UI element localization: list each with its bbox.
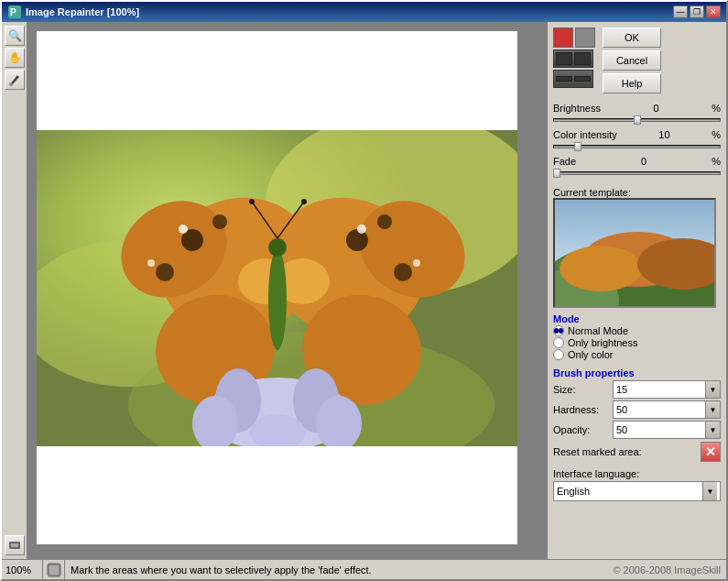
opacity-label: Opacity: [553,424,613,435]
action-buttons: OK Cancel Help [603,27,661,93]
normal-mode-row[interactable]: Normal Mode [553,325,721,336]
layout-btn-1[interactable] [553,49,593,68]
right-panel: OK Cancel Help Brightness 0 % [547,22,726,559]
pan-tool[interactable]: ✋ [5,48,25,68]
cancel-button[interactable]: Cancel [603,50,661,71]
app-body: 🔍 ✋ [2,22,726,559]
svg-point-22 [357,225,366,234]
only-brightness-label: Only brightness [568,337,637,348]
title-bar-left: P Image Repainter [100%] [7,5,139,19]
color-intensity-value: 10 [658,129,669,140]
hardness-row: Hardness: 50 ▼ [553,400,721,419]
status-icon-area [43,560,65,579]
close-button[interactable]: ✕ [706,5,721,18]
svg-point-2 [9,82,13,86]
only-brightness-row[interactable]: Only brightness [553,337,721,348]
zoom-tool[interactable]: 🔍 [5,26,25,46]
language-dropdown-arrow[interactable]: ▼ [702,482,717,500]
brightness-row: Brightness 0 % [553,103,721,126]
template-label: Current template: [553,187,721,198]
fade-value: 0 [641,156,647,167]
brush-tool[interactable] [5,70,25,90]
language-value: English [557,486,702,497]
layout-buttons [553,49,595,88]
size-value: 15 [616,384,705,395]
only-color-row[interactable]: Only color [553,349,721,360]
template-section: Current template: [553,183,721,308]
hardness-value: 50 [616,404,705,415]
status-brush-icon [46,562,62,578]
status-credit-text: © 2006-2008 ImageSkill [613,565,721,576]
svg-rect-4 [11,543,18,547]
minimize-button[interactable]: — [673,5,688,18]
top-section: OK Cancel Help [553,27,721,93]
svg-point-21 [179,225,188,234]
color-layout-buttons [553,27,595,88]
svg-point-17 [156,263,174,281]
brush-section: Brush properties Size: 15 ▼ Hardness: 50… [553,364,721,462]
canvas-area[interactable] [27,22,547,559]
color-buttons-top [553,27,595,48]
layout-btn-2[interactable] [553,70,593,88]
mode-title: Mode [553,313,721,324]
butterfly-scene [37,130,517,446]
normal-mode-radio[interactable] [553,325,564,336]
window-title: Image Repainter [100%] [26,6,139,17]
opacity-dropdown-arrow[interactable]: ▼ [705,422,720,438]
sliders-section: Brightness 0 % Color intensity 10 % [553,103,721,180]
svg-point-28 [268,238,287,257]
only-color-radio[interactable] [553,349,564,360]
reset-button[interactable]: ✕ [701,442,721,462]
left-toolbar: 🔍 ✋ [2,22,27,559]
color-swatch-gray[interactable] [575,27,595,48]
app-icon: P [7,5,22,19]
settings-tool[interactable] [5,535,24,555]
size-select[interactable]: 15 ▼ [613,380,721,399]
fade-pct: % [712,156,721,167]
template-image [555,200,716,308]
status-zoom: 100% [2,560,43,579]
status-bar: 100% Mark the areas where you want to se… [2,559,726,579]
language-select[interactable]: English ▼ [553,481,721,501]
title-bar: P Image Repainter [100%] — ❐ ✕ [2,2,726,22]
template-preview [553,198,716,308]
only-brightness-radio[interactable] [553,337,564,348]
opacity-row: Opacity: 50 ▼ [553,421,721,439]
mode-section: Mode Normal Mode Only brightness Only co… [553,313,721,360]
size-row: Size: 15 ▼ [553,380,721,399]
fade-label: Fade [553,156,576,167]
svg-point-44 [560,246,642,291]
fade-slider[interactable] [553,168,721,179]
svg-point-32 [301,199,307,204]
hardness-select[interactable]: 50 ▼ [613,400,721,419]
hardness-label: Hardness: [553,404,613,415]
color-intensity-pct: % [712,129,721,140]
main-image [37,130,517,446]
restore-button[interactable]: ❐ [690,5,704,18]
brightness-slider[interactable] [553,115,721,126]
svg-point-23 [147,259,155,267]
brush-title: Brush properties [553,367,721,378]
svg-point-27 [268,249,287,350]
color-intensity-slider[interactable] [553,141,721,152]
svg-point-31 [249,199,255,204]
svg-text:P: P [10,7,16,17]
svg-point-20 [394,263,412,281]
svg-point-24 [413,259,420,267]
title-controls: — ❐ ✕ [673,5,721,18]
hardness-dropdown-arrow[interactable]: ▼ [705,401,720,418]
color-swatch-red[interactable] [553,27,573,48]
canvas-inner [37,31,517,544]
opacity-select[interactable]: 50 ▼ [613,421,721,439]
color-intensity-label: Color intensity [553,129,617,140]
size-dropdown-arrow[interactable]: ▼ [705,381,720,398]
brightness-label: Brightness [553,103,601,114]
svg-point-16 [212,214,227,229]
status-message: Mark the areas where you want to selecti… [65,565,607,576]
svg-point-19 [377,214,392,229]
fade-row: Fade 0 % [553,156,721,179]
reset-label: Reset marked area: [553,446,701,457]
ok-button[interactable]: OK [603,27,661,48]
help-button[interactable]: Help [603,73,661,93]
svg-rect-47 [49,565,59,575]
